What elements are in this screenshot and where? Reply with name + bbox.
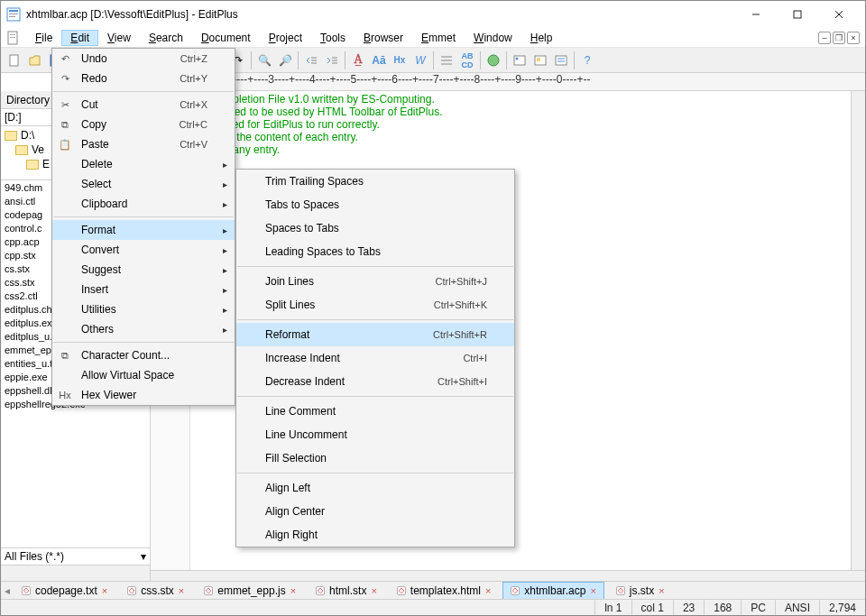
menu-item-spaces-to-tabs[interactable]: Spaces to Tabs [236, 216, 514, 240]
mdi-minimize-icon[interactable]: – [818, 32, 831, 44]
doc-icon [6, 31, 21, 45]
menu-item-align-right[interactable]: Align Right [236, 523, 514, 547]
menu-document[interactable]: Document [192, 30, 260, 46]
menu-item-align-left[interactable]: Align Left [236, 476, 514, 500]
menu-item-leading-spaces-to-tabs[interactable]: Leading Spaces to Tabs [236, 240, 514, 263]
menu-item-increase-indent[interactable]: Increase IndentCtrl+I [236, 346, 514, 370]
menu-edit[interactable]: Edit [61, 30, 98, 46]
menu-item-reformat[interactable]: ReformatCtrl+Shift+R [236, 323, 514, 346]
menu-item-convert[interactable]: Convert▸ [52, 240, 235, 260]
zoom-in-icon[interactable]: 🔍 [254, 51, 274, 70]
status-bar: ln 1 col 1 23 168 PC ANSI 2,794 [1, 599, 865, 615]
menu-view[interactable]: View [98, 30, 140, 46]
menu-item-line-comment[interactable]: Line Comment [236, 400, 514, 423]
help-icon[interactable]: ? [577, 51, 597, 70]
tab-close-icon[interactable]: × [659, 585, 664, 596]
menu-item-label: Join Lines [265, 275, 418, 288]
font-icon[interactable]: A̲ [348, 51, 368, 70]
menu-item-shortcut: Ctrl+Z [180, 53, 207, 64]
tab-doc-icon: ◇ [316, 586, 325, 595]
menu-item-split-lines[interactable]: Split LinesCtrl+Shift+K [236, 293, 514, 317]
mdi-restore-icon[interactable]: ❐ [833, 32, 845, 44]
menu-help[interactable]: Help [521, 30, 562, 46]
menu-window[interactable]: Window [465, 30, 521, 46]
menu-item-label: Tabs to Spaces [265, 198, 487, 211]
maximize-button[interactable] [777, 1, 818, 28]
menu-project[interactable]: Project [260, 30, 311, 46]
menu-item-trim-trailing-spaces[interactable]: Trim Trailing Spaces [236, 170, 514, 193]
menu-item-select[interactable]: Select▸ [52, 174, 235, 194]
vertical-scrollbar[interactable] [851, 91, 865, 570]
file-filter[interactable]: All Files (*.*) ▾ [1, 547, 150, 565]
tab-close-icon[interactable]: × [485, 585, 491, 596]
menu-item-utilities[interactable]: Utilities▸ [52, 299, 235, 319]
tab-emmet_epp-js[interactable]: ◇emmet_epp.js× [196, 582, 304, 600]
menu-item-align-center[interactable]: Align Center [236, 500, 514, 523]
menu-search[interactable]: Search [140, 30, 192, 46]
tab-close-icon[interactable]: × [290, 585, 296, 596]
menu-emmet[interactable]: Emmet [412, 30, 465, 46]
tab-html-stx[interactable]: ◇html.stx× [308, 582, 385, 600]
menu-item-clipboard[interactable]: Clipboard▸ [52, 194, 235, 214]
tab-label: emmet_epp.js [217, 584, 285, 597]
svg-rect-5 [794, 11, 801, 18]
menu-item-format[interactable]: Format▸ [52, 220, 235, 240]
menu-item-icon: ↷ [58, 71, 72, 86]
tab-close-icon[interactable]: × [102, 585, 107, 596]
decrease-indent-icon[interactable] [301, 51, 321, 70]
tool2-icon[interactable] [530, 51, 550, 70]
menu-item-label: Align Right [265, 529, 487, 541]
tab-xhtmlbar-acp[interactable]: ◇xhtmlbar.acp× [502, 582, 603, 600]
new-icon[interactable] [5, 51, 24, 70]
menu-item-undo[interactable]: ↶UndoCtrl+Z [52, 49, 235, 69]
tab-scroll-left-icon[interactable]: ◂ [5, 584, 10, 597]
tab-js-stx[interactable]: ◇js.stx× [608, 582, 673, 600]
menu-file[interactable]: File [26, 30, 61, 46]
browser-icon[interactable] [484, 51, 503, 70]
menu-item-others[interactable]: Others▸ [52, 319, 235, 339]
tool1-icon[interactable] [510, 51, 530, 70]
tab-close-icon[interactable]: × [590, 585, 595, 596]
tool3-icon[interactable] [551, 51, 571, 70]
menu-item-redo[interactable]: ↷RedoCtrl+Y [52, 69, 235, 88]
menu-item-join-lines[interactable]: Join LinesCtrl+Shift+J [236, 270, 514, 293]
menu-item-copy[interactable]: ⧉CopyCtrl+C [52, 115, 235, 134]
menu-item-label: Format [81, 224, 207, 236]
menu-item-label: Undo [81, 52, 162, 65]
open-icon[interactable] [25, 51, 45, 70]
close-button[interactable] [818, 1, 860, 28]
column-icon[interactable]: ABCD [457, 51, 477, 70]
mdi-close-icon[interactable]: × [847, 32, 860, 44]
folder-icon [26, 160, 39, 170]
menu-item-icon: 📋 [58, 137, 72, 152]
menu-item-paste[interactable]: 📋PasteCtrl+V [52, 134, 235, 154]
menu-browser[interactable]: Browser [355, 30, 412, 46]
hex-icon[interactable]: Hx [390, 51, 410, 70]
menu-tools[interactable]: Tools [311, 30, 355, 46]
menu-item-insert[interactable]: Insert▸ [52, 280, 235, 299]
tab-close-icon[interactable]: × [179, 585, 184, 596]
tab-templatex-html[interactable]: ◇templatex.html× [389, 582, 499, 600]
increase-indent-icon[interactable] [322, 51, 342, 70]
menu-item-fill-selection[interactable]: Fill Selection [236, 446, 514, 470]
menu-item-decrease-indent[interactable]: Decrease IndentCtrl+Shift+I [236, 370, 514, 393]
menu-item-icon: ↶ [58, 51, 72, 66]
menu-item-label: Allow Virtual Space [81, 369, 207, 382]
zoom-out-icon[interactable]: 🔎 [275, 51, 295, 70]
tab-codepage-txt[interactable]: ◇codepage.txt× [14, 582, 115, 600]
submenu-arrow-icon: ▸ [223, 285, 227, 295]
menu-item-cut[interactable]: ✂CutCtrl+X [52, 95, 235, 115]
menu-item-suggest[interactable]: Suggest▸ [52, 260, 235, 280]
menu-item-line-uncomment[interactable]: Line Uncomment [236, 423, 514, 446]
menu-item-hex-viewer[interactable]: HxHex Viewer [52, 385, 235, 405]
wordwrap-icon[interactable]: W [410, 51, 430, 70]
spell-icon[interactable]: Aā [369, 51, 389, 70]
ruler-icon[interactable] [437, 51, 456, 70]
menu-item-allow-virtual-space[interactable]: Allow Virtual Space [52, 365, 235, 385]
minimize-button[interactable] [735, 1, 777, 28]
tab-css-stx[interactable]: ◇css.stx× [119, 582, 192, 600]
menu-item-delete[interactable]: Delete▸ [52, 154, 235, 174]
menu-item-character-count-[interactable]: ⧉Character Count... [52, 345, 235, 365]
tab-close-icon[interactable]: × [371, 585, 376, 596]
menu-item-tabs-to-spaces[interactable]: Tabs to Spaces [236, 193, 514, 216]
